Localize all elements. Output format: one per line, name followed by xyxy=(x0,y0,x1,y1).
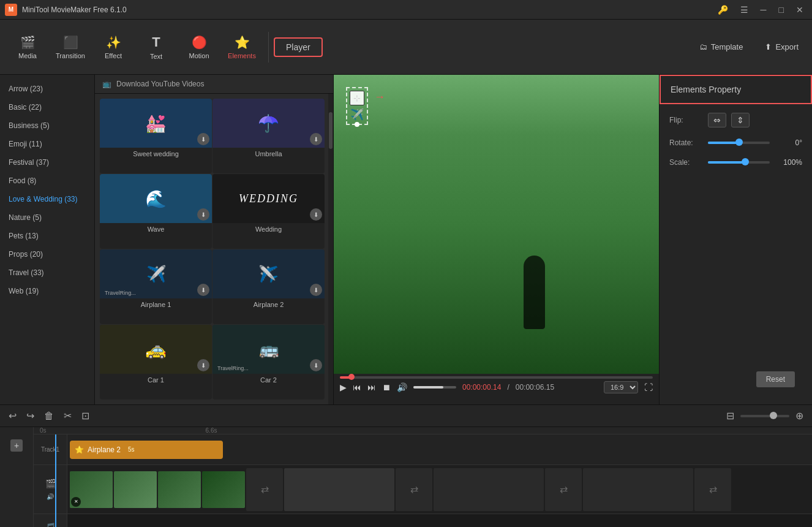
flip-horizontal-button[interactable]: ⇔ xyxy=(708,113,726,127)
progress-bar[interactable] xyxy=(340,376,653,379)
template-button[interactable]: 🗂 Template xyxy=(692,39,751,55)
minimize-icon[interactable]: ─ xyxy=(757,5,770,15)
reset-button[interactable]: Reset xyxy=(756,371,795,387)
video-segment-4[interactable] xyxy=(583,468,693,511)
timeline-content: + 0s 6.6s Track1 xyxy=(0,427,812,527)
crop-button[interactable]: ⊡ xyxy=(79,408,92,424)
next-frame-button[interactable]: ⏭ xyxy=(367,382,376,392)
flip-label: Flip: xyxy=(669,116,703,124)
elements-icon: ⭐ xyxy=(235,35,250,50)
download-umbrella[interactable]: ⬇ xyxy=(310,133,322,145)
volume-button[interactable]: 🔊 xyxy=(397,382,407,392)
zoom-in-button[interactable]: ⊕ xyxy=(793,408,806,424)
volume-slider[interactable] xyxy=(413,386,456,389)
download-car2[interactable]: ⬇ xyxy=(310,359,322,371)
text-icon: T xyxy=(152,34,160,50)
current-time: 00:00:00.14 xyxy=(462,383,501,392)
category-basic[interactable]: Basic (22) xyxy=(0,98,94,116)
element-car2[interactable]: 🚌 TravelRing... ⬇ Car 2 xyxy=(212,325,325,400)
flip-row: Flip: ⇔ ⇕ xyxy=(669,113,802,127)
toolbar-right: 🗂 Template ⬆ Export xyxy=(692,39,806,55)
ruler-mark-end: 6.6s xyxy=(206,427,217,434)
move-cursor-icon[interactable]: ⊹ xyxy=(350,91,364,105)
element-airplane1[interactable]: ✈️ TravelRing... ⬇ Airplane 1 xyxy=(100,249,212,324)
rotate-slider[interactable] xyxy=(708,142,770,144)
track-element-duration: 5s xyxy=(128,446,135,453)
transition-arrow-3: ⇄ xyxy=(560,483,568,495)
track-element-airplane2[interactable]: ⭐ Airplane 2 5s xyxy=(70,441,223,459)
playhead[interactable] xyxy=(55,434,56,527)
element-car1[interactable]: 🚕 ⬇ Car 1 xyxy=(100,325,212,400)
toolbar-elements[interactable]: ⭐ Elements xyxy=(220,30,263,64)
download-car1[interactable]: ⬇ xyxy=(197,359,209,371)
track1-content: ⭐ Airplane 2 5s xyxy=(67,438,812,461)
element-umbrella[interactable]: ☂️ ⬇ Umbrella xyxy=(212,99,325,173)
mute-icon[interactable]: 🔊 xyxy=(47,493,54,500)
stop-button[interactable]: ⏹ xyxy=(382,382,391,392)
transition-slot-2[interactable]: ⇄ xyxy=(396,468,432,511)
download-sweet-wedding[interactable]: ⬇ xyxy=(197,133,209,145)
zoom-slider[interactable] xyxy=(740,415,789,417)
download-airplane1[interactable]: ⬇ xyxy=(197,284,209,296)
element-overlay[interactable]: ⊹ → ✈️ xyxy=(346,87,368,125)
toolbar-media[interactable]: 🎬 Media xyxy=(6,30,49,64)
element-wave[interactable]: 🌊 ⬇ Wave xyxy=(100,174,212,249)
category-business[interactable]: Business (5) xyxy=(0,116,94,135)
transition-label: Transition xyxy=(56,52,85,59)
scale-slider[interactable] xyxy=(708,161,770,164)
video-thumb-2 xyxy=(114,471,157,508)
wedding-label: Wedding xyxy=(255,226,282,233)
cut-button[interactable]: ✂ xyxy=(61,408,74,424)
track1-label: Track1 xyxy=(41,446,59,453)
player-button[interactable]: Player xyxy=(274,37,323,57)
aspect-ratio-select[interactable]: 16:9 9:16 1:1 4:3 xyxy=(604,381,638,393)
category-food[interactable]: Food (8) xyxy=(0,172,94,190)
delete-button[interactable]: 🗑 xyxy=(42,408,56,424)
effect-label: Effect xyxy=(105,52,122,59)
element-wedding[interactable]: WEDDING ⬇ Wedding xyxy=(212,174,325,249)
transition-slot-3[interactable]: ⇄ xyxy=(545,468,582,511)
rotate-label: Rotate: xyxy=(669,138,703,147)
category-nature[interactable]: Nature (5) xyxy=(0,208,94,227)
toolbar-text[interactable]: T Text xyxy=(135,29,178,65)
export-button[interactable]: ⬆ Export xyxy=(757,39,806,55)
toolbar-motion[interactable]: 🔴 Motion xyxy=(178,30,220,64)
car2-label: Car 2 xyxy=(260,376,277,384)
toolbar-transition[interactable]: ⬛ Transition xyxy=(49,30,92,64)
close-icon[interactable]: ✕ xyxy=(792,5,807,15)
settings-icon[interactable]: 🔑 xyxy=(714,5,732,15)
car1-label: Car 1 xyxy=(148,376,164,384)
element-sweet-wedding[interactable]: 💒 ⬇ Sweet wedding xyxy=(100,99,212,173)
redo-button[interactable]: ↪ xyxy=(24,408,37,424)
category-travel[interactable]: Travel (33) xyxy=(0,264,94,282)
download-wave[interactable]: ⬇ xyxy=(197,208,209,221)
flip-vertical-button[interactable]: ⇕ xyxy=(731,113,750,127)
category-pets[interactable]: Pets (13) xyxy=(0,227,94,245)
category-arrow[interactable]: Arrow (23) xyxy=(0,80,94,98)
category-web[interactable]: Web (19) xyxy=(0,282,94,300)
video-segment-3[interactable] xyxy=(434,468,544,511)
category-props[interactable]: Props (20) xyxy=(0,245,94,264)
add-track-button[interactable]: + xyxy=(10,439,23,452)
zoom-out-button[interactable]: ⊟ xyxy=(724,408,737,424)
undo-button[interactable]: ↩ xyxy=(6,408,19,424)
download-wedding[interactable]: ⬇ xyxy=(310,208,322,221)
export-icon: ⬆ xyxy=(765,42,772,51)
download-airplane2[interactable]: ⬇ xyxy=(310,284,322,296)
maximize-icon[interactable]: □ xyxy=(775,5,788,15)
category-festival[interactable]: Festival (37) xyxy=(0,153,94,172)
category-emoji[interactable]: Emoji (11) xyxy=(0,135,94,153)
menu-icon[interactable]: ☰ xyxy=(737,5,752,15)
fullscreen-button[interactable]: ⛶ xyxy=(644,382,653,392)
toolbar-effect[interactable]: ✨ Effect xyxy=(92,30,135,64)
category-love-wedding[interactable]: Love & Wedding (33) xyxy=(0,190,94,208)
audio-track-icon[interactable]: 🎵 xyxy=(44,522,56,527)
transition-slot-1[interactable]: ⇄ xyxy=(246,468,283,511)
prev-frame-button[interactable]: ⏮ xyxy=(353,382,361,392)
video-thumb-3 xyxy=(158,471,201,508)
play-button[interactable]: ▶ xyxy=(340,382,347,392)
element-airplane2[interactable]: ✈️ ⬇ Airplane 2 xyxy=(212,249,325,324)
video-track-icon[interactable]: 🎬 xyxy=(45,479,56,488)
transition-slot-4[interactable]: ⇄ xyxy=(694,468,731,511)
video-segment-2[interactable] xyxy=(284,468,394,511)
